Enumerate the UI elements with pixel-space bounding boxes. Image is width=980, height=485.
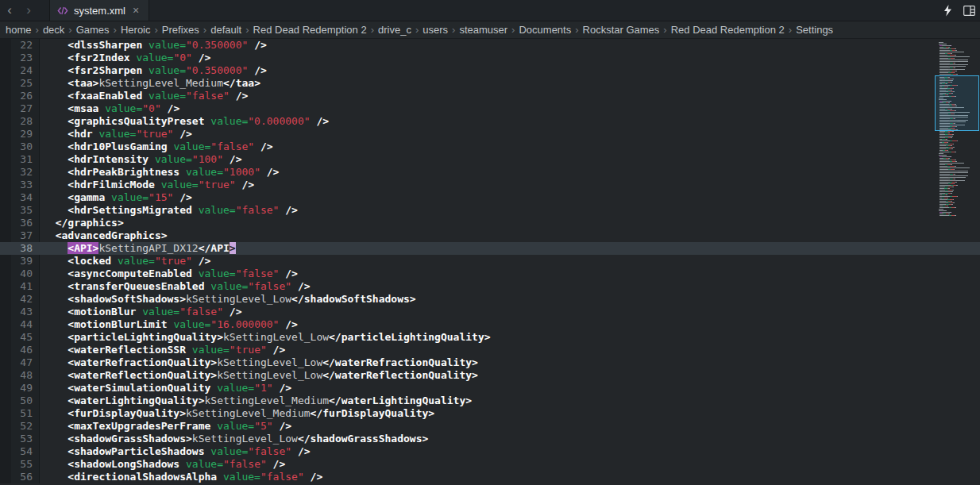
code-line[interactable]: 50 <waterLightingQuality>kSettingLevel_M… — [0, 395, 980, 407]
code-text[interactable]: <hdrPeakBrightness value="1000" /> — [40, 166, 980, 179]
code-line[interactable]: 24 <fsr2Sharpen value="0.350000" /> — [0, 64, 980, 77]
code-line[interactable]: 33 <hdrFilmicMode value="true" /> — [0, 179, 980, 191]
token-tag: <motionBlur — [68, 306, 142, 318]
token-tag: </furDisplayQuality> — [311, 407, 435, 419]
code-text[interactable]: <maxTexUpgradesPerFrame value="5" /> — [40, 420, 980, 433]
code-text[interactable]: <waterReflectionQuality>kSettingLevel_Lo… — [40, 369, 980, 382]
code-line[interactable]: 46 <waterReflectionSSR value="true" /> — [0, 344, 980, 356]
code-text[interactable]: <fsr2Sharpen value="0.350000" /> — [40, 64, 980, 77]
code-text[interactable]: <waterRefractionQuality>kSettingLevel_Lo… — [40, 356, 980, 369]
breadcrumb-item[interactable]: Red Dead Redemption 2 — [667, 24, 789, 36]
code-line[interactable]: 26 <fxaaEnabled value="false" /> — [0, 90, 980, 102]
breadcrumb-item[interactable]: Documents — [515, 24, 575, 36]
breadcrumb-item[interactable]: Settings — [792, 24, 837, 36]
code-text[interactable]: <hdr10PlusGaming value="false" /> — [40, 140, 980, 153]
panel-grid-icon[interactable] — [963, 6, 975, 16]
code-line[interactable]: 32 <hdrPeakBrightness value="1000" /> — [0, 166, 980, 179]
breadcrumb-item[interactable]: Games — [72, 24, 114, 36]
code-line[interactable]: 35 <hdrSettingsMigrated value="false" /> — [0, 204, 980, 217]
code-text[interactable]: <API>kSettingAPI_DX12</API> — [40, 242, 980, 255]
tab-close-icon[interactable]: × — [131, 4, 141, 17]
minimap[interactable] — [934, 40, 980, 221]
code-line[interactable]: 31 <hdrIntensity value="100" /> — [0, 153, 980, 166]
code-text[interactable]: <waterSimulationQuality value="1" /> — [40, 382, 980, 395]
code-line[interactable]: 36 </graphics> — [0, 217, 980, 229]
code-text[interactable]: <hdr value="true" /> — [40, 128, 980, 140]
code-line[interactable]: 47 <waterRefractionQuality>kSettingLevel… — [0, 356, 980, 369]
breadcrumb-item[interactable]: Red Dead Redemption 2 — [249, 24, 371, 36]
token-attr: value= — [149, 64, 186, 76]
code-line[interactable]: 37 <advancedGraphics> — [0, 229, 980, 242]
code-text[interactable]: <hdrIntensity value="100" /> — [40, 153, 980, 166]
minimap-viewport[interactable] — [935, 75, 979, 131]
code-line[interactable]: 25 <taa>kSettingLevel_Medium</taa> — [0, 77, 980, 90]
code-text[interactable]: <asyncComputeEnabled value="false" /> — [40, 268, 980, 280]
token-tag: <waterReflectionSSR — [68, 344, 192, 356]
breadcrumb-item[interactable]: deck — [39, 24, 68, 36]
code-line[interactable]: 45 <particleLightingQuality>kSettingLeve… — [0, 331, 980, 344]
code-line[interactable]: 55 <shadowLongShadows value="false" /> — [0, 458, 980, 471]
tab-system-xml[interactable]: system.xml × — [49, 0, 149, 21]
code-area[interactable]: 22 <dlssSharpen value="0.350000" />23 <f… — [0, 39, 980, 483]
back-button[interactable]: ‹ — [0, 0, 19, 21]
breadcrumb-item[interactable]: drive_c — [374, 24, 415, 36]
editor[interactable]: 22 <dlssSharpen value="0.350000" />23 <f… — [0, 39, 980, 485]
code-line[interactable]: 41 <transferQueuesEnabled value="false" … — [0, 280, 980, 293]
code-line[interactable]: 39 <locked value="true" /> — [0, 255, 980, 268]
code-text[interactable]: <waterReflectionSSR value="true" /> — [40, 344, 980, 356]
breadcrumb-item[interactable]: home — [2, 24, 36, 36]
code-line[interactable]: 51 <furDisplayQuality>kSettingLevel_Medi… — [0, 407, 980, 420]
code-text[interactable]: <advancedGraphics> — [40, 229, 980, 242]
code-text[interactable]: <motionBlur value="false" /> — [40, 306, 980, 318]
breadcrumb-item[interactable]: Rockstar Games — [579, 24, 664, 36]
forward-button[interactable]: › — [19, 0, 38, 21]
code-line[interactable]: 53 <shadowGrassShadows>kSettingLevel_Low… — [0, 433, 980, 445]
code-text[interactable]: <hdrFilmicMode value="true" /> — [40, 179, 980, 191]
code-line[interactable]: 44 <motionBlurLimit value="16.000000" /> — [0, 318, 980, 331]
token-tag: /> — [248, 39, 266, 51]
code-text[interactable]: <taa>kSettingLevel_Medium</taa> — [40, 77, 980, 90]
code-text[interactable]: <gamma value="15" /> — [40, 191, 980, 204]
code-text[interactable]: <waterLightingQuality>kSettingLevel_Medi… — [40, 395, 980, 407]
code-text[interactable]: <motionBlurLimit value="16.000000" /> — [40, 318, 980, 331]
code-text[interactable]: <fsr2Index value="0" /> — [40, 52, 980, 64]
code-line[interactable]: 34 <gamma value="15" /> — [0, 191, 980, 204]
code-text[interactable]: <dlssSharpen value="0.350000" /> — [40, 39, 980, 52]
code-text[interactable]: <graphicsQualityPreset value="0.000000" … — [40, 115, 980, 128]
code-text[interactable]: <msaa value="0" /> — [40, 102, 980, 115]
breadcrumb-item[interactable]: users — [419, 24, 452, 36]
code-line[interactable]: 52 <maxTexUpgradesPerFrame value="5" /> — [0, 420, 980, 433]
code-line[interactable]: 49 <waterSimulationQuality value="1" /> — [0, 382, 980, 395]
code-text[interactable]: <shadowParticleShadows value="false" /> — [40, 445, 980, 458]
code-line[interactable]: 43 <motionBlur value="false" /> — [0, 306, 980, 318]
code-line[interactable]: 42 <shadowSoftShadows>kSettingLevel_Low<… — [0, 293, 980, 306]
code-line[interactable]: 56 <directionalShadowsAlpha value="false… — [0, 471, 980, 483]
code-text[interactable]: <furDisplayQuality>kSettingLevel_Medium<… — [40, 407, 980, 420]
code-line[interactable]: 22 <dlssSharpen value="0.350000" /> — [0, 39, 980, 52]
code-text[interactable]: <hdrSettingsMigrated value="false" /> — [40, 204, 980, 217]
code-line[interactable]: 48 <waterReflectionQuality>kSettingLevel… — [0, 369, 980, 382]
code-line[interactable]: 27 <msaa value="0" /> — [0, 102, 980, 115]
lightning-icon[interactable] — [943, 5, 952, 17]
code-line[interactable]: 40 <asyncComputeEnabled value="false" /> — [0, 268, 980, 280]
code-line[interactable]: 30 <hdr10PlusGaming value="false" /> — [0, 140, 980, 153]
breadcrumb-item[interactable]: default — [206, 24, 245, 36]
code-text[interactable]: <directionalShadowsAlpha value="false" /… — [40, 471, 980, 483]
code-text[interactable]: <shadowLongShadows value="false" /> — [40, 458, 980, 471]
code-text[interactable]: <transferQueuesEnabled value="false" /> — [40, 280, 980, 293]
code-text[interactable]: </graphics> — [40, 217, 980, 229]
code-text[interactable]: <shadowSoftShadows>kSettingLevel_Low</sh… — [40, 293, 980, 306]
breadcrumb-item[interactable]: Prefixes — [158, 24, 203, 36]
code-line[interactable]: 29 <hdr value="true" /> — [0, 128, 980, 140]
code-line[interactable]: 23 <fsr2Index value="0" /> — [0, 52, 980, 64]
code-text[interactable]: <particleLightingQuality>kSettingLevel_L… — [40, 331, 980, 344]
breadcrumb-item[interactable]: steamuser — [455, 24, 511, 36]
token-tag: <graphicsQualityPreset — [68, 115, 210, 127]
code-text[interactable]: <fxaaEnabled value="false" /> — [40, 90, 980, 102]
code-line[interactable]: 38 <API>kSettingAPI_DX12</API> — [0, 242, 980, 255]
breadcrumb-item[interactable]: Heroic — [117, 24, 155, 36]
code-text[interactable]: <shadowGrassShadows>kSettingLevel_Low</s… — [40, 433, 980, 445]
code-line[interactable]: 28 <graphicsQualityPreset value="0.00000… — [0, 115, 980, 128]
code-text[interactable]: <locked value="true" /> — [40, 255, 980, 268]
code-line[interactable]: 54 <shadowParticleShadows value="false" … — [0, 445, 980, 458]
